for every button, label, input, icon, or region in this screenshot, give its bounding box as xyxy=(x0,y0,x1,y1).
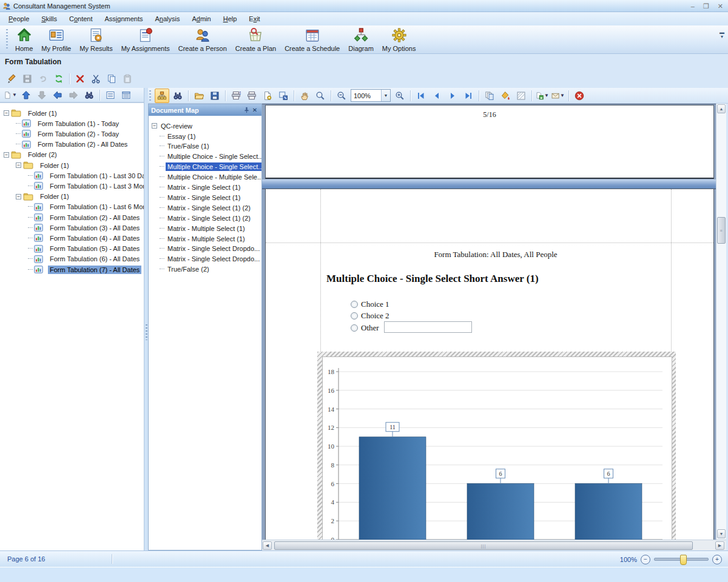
create-a-person-button[interactable]: Create a Person xyxy=(174,25,231,53)
restore-button[interactable]: ❐ xyxy=(703,3,709,10)
search-button[interactable] xyxy=(170,89,185,103)
tree-item-label[interactable]: Form Tabulation (2) - Today xyxy=(36,130,121,138)
radio-button-icon[interactable] xyxy=(351,301,358,308)
tree-report-item[interactable]: Form Tabulation (2) - All Dates xyxy=(28,212,141,222)
docmap-item-label[interactable]: Matrix - Single Select (1) (2) xyxy=(166,214,252,222)
close-panel-icon[interactable]: ✕ xyxy=(251,106,259,115)
tree-report-item[interactable]: Form Tabulation (6) - All Dates xyxy=(28,254,141,264)
save-button[interactable] xyxy=(20,72,35,86)
docmap-item-label[interactable]: True/False (1) xyxy=(166,142,211,150)
close-button[interactable]: ✕ xyxy=(718,3,723,10)
chevron-down-icon[interactable]: ▼ xyxy=(12,92,17,98)
tree-item-label[interactable]: Form Tabulation (1) - Last 6 Months xyxy=(48,202,144,211)
docmap-item-label[interactable]: Matrix - Single Select Dropdo... xyxy=(166,255,261,263)
page-color-button[interactable] xyxy=(498,89,513,103)
docmap-item[interactable]: Matrix - Single Select (1) xyxy=(160,182,242,193)
tree-report-item[interactable]: Form Tabulation (1) - Last 6 Months xyxy=(28,202,144,212)
scroll-up-button[interactable]: ▲ xyxy=(717,104,726,113)
save-report-button[interactable] xyxy=(207,89,222,103)
create-a-plan-button[interactable]: Create a Plan xyxy=(231,25,280,53)
expander-icon[interactable]: − xyxy=(16,194,21,199)
tree-report-item[interactable]: Form Tabulation (4) - All Dates xyxy=(28,233,141,243)
watermark-button[interactable] xyxy=(514,89,528,103)
zoom-out-icon[interactable]: − xyxy=(641,555,650,564)
menu-skills[interactable]: Skills xyxy=(35,13,63,24)
tree-item-label[interactable]: Form Tabulation (2) - All Dates xyxy=(48,213,141,222)
tree-folder[interactable]: −Folder (1) xyxy=(16,160,71,170)
menu-analysis[interactable]: Analysis xyxy=(149,13,186,24)
docmap-item-label[interactable]: Multiple Choice - Single Select... xyxy=(166,162,262,171)
cut-button[interactable] xyxy=(89,72,103,86)
document-map-toggle-button[interactable] xyxy=(155,89,169,103)
pin-icon[interactable] xyxy=(242,106,251,115)
tree-item-label[interactable]: Folder (1) xyxy=(26,109,59,118)
tree-item-label[interactable]: Form Tabulation (5) - All Dates xyxy=(48,244,141,253)
tree-report-item[interactable]: Form Tabulation (5) - All Dates xyxy=(28,244,141,254)
tree-report-item[interactable]: Form Tabulation (1) - Today xyxy=(16,118,121,129)
title-bar[interactable]: Consultant Management System – ❐ ✕ xyxy=(0,0,728,12)
tree-report-item[interactable]: Form Tabulation (3) - All Dates xyxy=(28,222,141,233)
expander-icon[interactable]: − xyxy=(4,110,9,116)
docmap-item-label[interactable]: Matrix - Single Select (1) (2) xyxy=(166,204,252,212)
docmap-item[interactable]: Matrix - Single Select (1) (2) xyxy=(160,213,252,223)
horizontal-scroll-thumb[interactable]: ||| xyxy=(274,541,693,550)
tree-item-label[interactable]: Form Tabulation (6) - All Dates xyxy=(48,255,141,263)
docmap-item[interactable]: Multiple Choice - Single Select... xyxy=(160,162,262,172)
edit-button[interactable] xyxy=(4,72,19,86)
zoom-in-button[interactable] xyxy=(393,89,407,103)
docmap-item[interactable]: True/False (2) xyxy=(160,264,211,275)
new-item-button[interactable]: ▼ xyxy=(3,88,18,102)
docmap-item-label[interactable]: Matrix - Multiple Select (1) xyxy=(166,235,247,243)
scroll-left-button[interactable]: ◀ xyxy=(263,541,272,550)
tree-folder[interactable]: −Folder (2) xyxy=(4,150,59,160)
docmap-item-label[interactable]: Matrix - Single Select (1) xyxy=(166,183,242,192)
tree-report-item[interactable]: Form Tabulation (1) - Last 30 Days xyxy=(28,170,144,181)
zoom-slider[interactable] xyxy=(654,558,709,561)
docmap-item-label[interactable]: Multiple Choice - Single Select... xyxy=(166,152,262,161)
docmap-item-label[interactable]: Matrix - Multiple Select (1) xyxy=(166,224,247,233)
docmap-item[interactable]: Multiple Choice - Single Select... xyxy=(160,152,262,162)
menu-exit[interactable]: Exit xyxy=(243,13,266,24)
my-profile-button[interactable]: My Profile xyxy=(37,25,75,53)
tree-item-label[interactable]: Folder (2) xyxy=(26,150,59,159)
close-preview-button[interactable] xyxy=(572,89,587,103)
docmap-item[interactable]: Matrix - Single Select Dropdo... xyxy=(160,254,261,264)
forward-button[interactable] xyxy=(66,88,81,102)
docmap-item-label[interactable]: Matrix - Single Select Dropdo... xyxy=(166,244,261,253)
print-dialog-button[interactable]: ? xyxy=(229,89,243,103)
last-page-button[interactable] xyxy=(461,89,476,103)
my-results-button[interactable]: My Results xyxy=(75,25,116,53)
tree-folder[interactable]: −Folder (1) xyxy=(4,108,59,118)
tree-item-label[interactable]: Form Tabulation (1) - Today xyxy=(36,119,121,128)
docmap-item[interactable]: Matrix - Single Select Dropdo... xyxy=(160,244,261,254)
docmap-item-label[interactable]: Multiple Choice - Multiple Sele... xyxy=(166,173,262,181)
tree-item-label[interactable]: Form Tabulation (1) - Last 30 Days xyxy=(48,172,144,180)
expander-icon[interactable]: − xyxy=(152,123,157,129)
tree-item-label[interactable]: Form Tabulation (3) - All Dates xyxy=(48,224,141,232)
tree-report-item[interactable]: Form Tabulation (2) - All Dates xyxy=(16,139,129,150)
menu-people[interactable]: People xyxy=(2,13,35,24)
toolbar-grip[interactable] xyxy=(149,90,151,101)
send-email-button[interactable]: ▼ xyxy=(551,89,565,103)
tree-report-item[interactable]: Form Tabulation (2) - Today xyxy=(16,129,121,139)
zoom-slider-thumb[interactable] xyxy=(680,555,687,565)
docmap-item[interactable]: Multiple Choice - Multiple Sele... xyxy=(160,172,262,182)
quick-print-button[interactable] xyxy=(244,89,259,103)
move-down-button[interactable] xyxy=(35,88,49,102)
hand-tool-button[interactable] xyxy=(297,89,312,103)
tree-item-label[interactable]: Folder (1) xyxy=(38,192,71,201)
docmap-item[interactable]: Matrix - Multiple Select (1) xyxy=(160,223,247,233)
expander-icon[interactable]: − xyxy=(4,152,9,158)
vertical-scroll-thumb[interactable]: ≡ xyxy=(717,217,726,244)
docmap-item-label[interactable]: Essay (1) xyxy=(166,132,197,141)
multiple-pages-button[interactable] xyxy=(482,89,497,103)
menu-admin[interactable]: Admin xyxy=(186,13,217,24)
chevron-down-icon[interactable]: ▼ xyxy=(544,93,549,98)
diagram-button[interactable]: Diagram xyxy=(344,25,378,53)
my-options-button[interactable]: My Options xyxy=(378,25,420,53)
tree-item-label[interactable]: Form Tabulation (7) - All Dates xyxy=(48,266,141,274)
chevron-down-icon[interactable]: ▼ xyxy=(560,93,565,98)
docmap-item[interactable]: True/False (1) xyxy=(160,141,211,152)
previous-page-button[interactable] xyxy=(430,89,444,103)
magnifier-button[interactable] xyxy=(313,89,328,103)
